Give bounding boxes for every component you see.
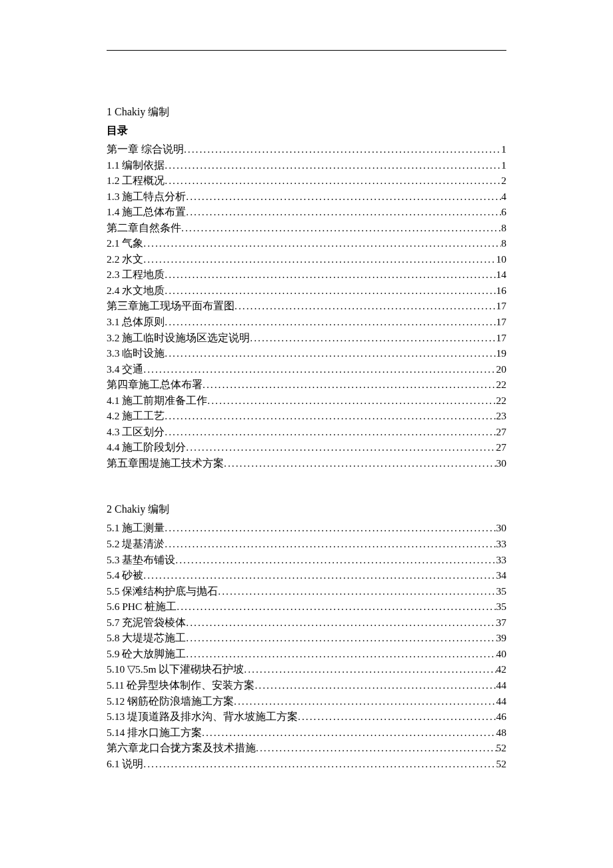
toc-entry-label: 5.10 ▽5.5m 以下灌砌块石护坡 <box>107 661 244 677</box>
toc-entry-label: 3.2 施工临时设施场区选定说明 <box>107 330 250 346</box>
toc-entry-label: 4.1 施工前期准备工作 <box>107 393 207 409</box>
toc-block-1: 第一章 综合说明11.1 编制依据11.2 工程概况21.3 施工特点分析41.… <box>107 141 506 471</box>
toc-entry-label: 4.2 施工工艺 <box>107 408 165 424</box>
toc-entry-label: 2.2 水文 <box>107 251 143 267</box>
toc-entry: 5.9 砼大放脚施工40 <box>107 646 506 662</box>
toc-entry: 5.2 堤基清淤33 <box>107 536 506 552</box>
toc-entry: 第一章 综合说明1 <box>107 141 506 157</box>
toc-entry-label: 第二章自然条件 <box>107 220 181 236</box>
document-page: 1 Chakiy 编制 目录 第一章 综合说明11.1 编制依据11.2 工程概… <box>0 0 613 798</box>
toc-dot-leader <box>186 615 496 631</box>
toc-dot-leader <box>143 567 496 583</box>
toc-block-2: 5.1 施工测量305.2 堤基清淤335.3 基垫布铺设335.4 砂被345… <box>107 520 506 771</box>
toc-entry: 3.1 总体原则17 <box>107 314 506 330</box>
toc-dot-leader <box>165 536 496 552</box>
toc-dot-leader <box>177 599 496 615</box>
toc-entry-page: 37 <box>496 615 507 631</box>
toc-dot-leader <box>250 330 496 346</box>
toc-entry-label: 5.14 排水口施工方案 <box>107 725 202 741</box>
toc-entry: 1.2 工程概况2 <box>107 173 506 189</box>
toc-entry-page: 33 <box>496 552 507 568</box>
toc-entry-page: 22 <box>496 377 507 393</box>
toc-entry: 6.1 说明52 <box>107 756 506 772</box>
toc-entry-page: 17 <box>496 314 507 330</box>
toc-entry-label: 4.4 施工阶段划分 <box>107 439 186 455</box>
block1-header: 1 Chakiy 编制 <box>107 104 506 120</box>
toc-entry-page: 10 <box>496 251 507 267</box>
toc-entry: 2.3 工程地质14 <box>107 267 506 283</box>
toc-entry-label: 3.1 总体原则 <box>107 314 165 330</box>
toc-dot-leader <box>234 693 496 709</box>
toc-entry: 第五章围堤施工技术方案30 <box>107 455 506 471</box>
toc-entry: 1.1 编制依据1 <box>107 157 506 173</box>
toc-dot-leader <box>207 393 496 409</box>
toc-entry: 3.3 临时设施19 <box>107 345 506 361</box>
toc-dot-leader <box>186 189 501 205</box>
toc-entry-label: 第四章施工总体布署 <box>107 377 203 393</box>
toc-entry-label: 1.4 施工总体布置 <box>107 204 186 220</box>
toc-entry-label: 3.3 临时设施 <box>107 345 165 361</box>
toc-entry-label: 第一章 综合说明 <box>107 141 184 157</box>
toc-entry: 5.5 保滩结构护底与抛石35 <box>107 583 506 599</box>
toc-dot-leader <box>186 630 496 646</box>
toc-dot-leader <box>165 267 496 283</box>
toc-entry-label: 5.12 钢筋砼防浪墙施工方案 <box>107 693 234 709</box>
toc-entry: 4.2 施工工艺23 <box>107 408 506 424</box>
toc-dot-leader <box>186 646 496 662</box>
toc-entry-page: 34 <box>496 567 507 583</box>
toc-entry-page: 33 <box>496 536 507 552</box>
toc-entry-page: 17 <box>496 298 507 314</box>
toc-entry-page: 44 <box>496 693 507 709</box>
toc-entry-label: 5.8 大堤堤芯施工 <box>107 630 186 646</box>
toc-entry-label: 5.4 砂被 <box>107 567 143 583</box>
toc-entry: 3.4 交通20 <box>107 361 506 377</box>
toc-entry: 5.14 排水口施工方案48 <box>107 725 506 741</box>
block-gap <box>107 471 506 501</box>
toc-entry-page: 1 <box>501 141 506 157</box>
toc-dot-leader <box>235 298 496 314</box>
toc-entry-page: 35 <box>496 599 507 615</box>
toc-dot-leader <box>165 157 501 173</box>
toc-entry: 4.1 施工前期准备工作22 <box>107 393 506 409</box>
toc-entry-label: 第三章施工现场平面布置图 <box>107 298 235 314</box>
toc-entry-label: 5.9 砼大放脚施工 <box>107 646 186 662</box>
toc-dot-leader <box>143 251 496 267</box>
toc-dot-leader <box>165 345 496 361</box>
toc-entry: 5.4 砂被34 <box>107 567 506 583</box>
toc-entry-label: 5.3 基垫布铺设 <box>107 552 175 568</box>
toc-dot-leader <box>224 455 496 471</box>
toc-entry: 5.10 ▽5.5m 以下灌砌块石护坡42 <box>107 661 506 677</box>
toc-dot-leader <box>165 408 496 424</box>
toc-entry: 5.12 钢筋砼防浪墙施工方案44 <box>107 693 506 709</box>
toc-entry-page: 48 <box>496 725 507 741</box>
toc-entry: 2.2 水文10 <box>107 251 506 267</box>
toc-entry-page: 2 <box>501 173 506 189</box>
toc-entry-page: 39 <box>496 630 507 646</box>
toc-entry-label: 5.6 PHC 桩施工 <box>107 599 177 615</box>
toc-entry: 5.11 砼异型块体制作、安装方案44 <box>107 677 506 693</box>
toc-entry-label: 4.3 工区划分 <box>107 424 165 440</box>
toc-entry-page: 1 <box>501 157 506 173</box>
toc-dot-leader <box>143 235 501 251</box>
toc-entry-page: 42 <box>496 661 507 677</box>
toc-entry-page: 8 <box>501 220 506 236</box>
toc-dot-leader <box>165 314 496 330</box>
toc-entry-label: 5.5 保滩结构护底与抛石 <box>107 583 218 599</box>
toc-dot-leader <box>203 377 496 393</box>
toc-entry: 2.4 水文地质16 <box>107 283 506 299</box>
toc-entry-page: 27 <box>496 424 507 440</box>
toc-entry-label: 2.1 气象 <box>107 235 143 251</box>
toc-entry-label: 第五章围堤施工技术方案 <box>107 455 224 471</box>
toc-entry: 5.1 施工测量30 <box>107 520 506 536</box>
toc-dot-leader <box>186 204 501 220</box>
toc-entry: 5.13 堤顶道路及排水沟、背水坡施工方案46 <box>107 709 506 725</box>
toc-entry-label: 3.4 交通 <box>107 361 143 377</box>
toc-entry-page: 20 <box>496 361 507 377</box>
toc-entry: 5.7 充泥管袋棱体37 <box>107 615 506 631</box>
toc-entry-page: 23 <box>496 408 507 424</box>
toc-entry-page: 52 <box>496 756 507 772</box>
toc-entry: 5.6 PHC 桩施工35 <box>107 599 506 615</box>
toc-entry-page: 40 <box>496 646 507 662</box>
toc-dot-leader <box>256 740 496 756</box>
toc-entry-label: 6.1 说明 <box>107 756 143 772</box>
